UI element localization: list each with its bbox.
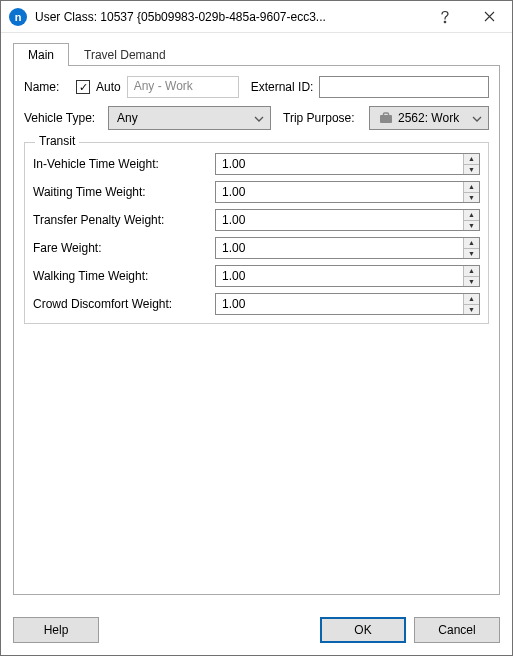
trip-purpose-label: Trip Purpose: (283, 111, 363, 125)
spin-down-icon[interactable]: ▼ (464, 193, 479, 203)
spin-up-icon[interactable]: ▲ (464, 238, 479, 249)
tab-strip: Main Travel Demand (13, 41, 500, 65)
waiting-time-weight-label: Waiting Time Weight: (33, 185, 215, 199)
svg-rect-2 (384, 113, 389, 116)
spin-down-icon[interactable]: ▼ (464, 277, 479, 287)
help-button[interactable] (422, 1, 467, 33)
walking-time-weight-label: Walking Time Weight: (33, 269, 215, 283)
name-label: Name: (24, 80, 70, 94)
crowd-discomfort-weight-label: Crowd Discomfort Weight: (33, 297, 215, 311)
transit-row-transfer: Transfer Penalty Weight: 1.00 ▲ ▼ (33, 209, 480, 231)
auto-label: Auto (96, 80, 121, 94)
transit-row-waiting: Waiting Time Weight: 1.00 ▲ ▼ (33, 181, 480, 203)
chevron-down-icon (252, 111, 266, 125)
spin-down-icon[interactable]: ▼ (464, 249, 479, 259)
transfer-penalty-weight-label: Transfer Penalty Weight: (33, 213, 215, 227)
transit-row-walking: Walking Time Weight: 1.00 ▲ ▼ (33, 265, 480, 287)
tab-main[interactable]: Main (13, 43, 69, 66)
help-dialog-button[interactable]: Help (13, 617, 99, 643)
briefcase-icon (378, 111, 394, 125)
name-input[interactable]: Any - Work (127, 76, 239, 98)
transit-row-in-vehicle: In-Vehicle Time Weight: 1.00 ▲ ▼ (33, 153, 480, 175)
dialog-button-row: Help OK Cancel (1, 607, 512, 655)
transit-fieldset: Transit In-Vehicle Time Weight: 1.00 ▲ ▼… (24, 142, 489, 324)
in-vehicle-time-weight-label: In-Vehicle Time Weight: (33, 157, 215, 171)
close-button[interactable] (467, 1, 512, 33)
spin-up-icon[interactable]: ▲ (464, 266, 479, 277)
app-icon: n (9, 8, 27, 26)
walking-time-weight-input[interactable]: 1.00 ▲ ▼ (215, 265, 480, 287)
vehicle-type-label: Vehicle Type: (24, 111, 102, 125)
row-vehicle-trip: Vehicle Type: Any Trip Purpose: 2562: Wo… (24, 106, 489, 130)
close-icon (484, 11, 495, 22)
cancel-button[interactable]: Cancel (414, 617, 500, 643)
fare-weight-input[interactable]: 1.00 ▲ ▼ (215, 237, 480, 259)
spin-up-icon[interactable]: ▲ (464, 294, 479, 305)
question-icon (440, 10, 450, 24)
transit-legend: Transit (35, 134, 79, 148)
transfer-penalty-weight-input[interactable]: 1.00 ▲ ▼ (215, 209, 480, 231)
svg-point-0 (444, 21, 446, 23)
external-id-label: External ID: (251, 80, 314, 94)
trip-purpose-combo[interactable]: 2562: Work (369, 106, 489, 130)
spin-up-icon[interactable]: ▲ (464, 182, 479, 193)
crowd-discomfort-weight-input[interactable]: 1.00 ▲ ▼ (215, 293, 480, 315)
auto-checkbox[interactable]: ✓ (76, 80, 90, 94)
tab-travel-demand[interactable]: Travel Demand (69, 43, 181, 66)
spin-up-icon[interactable]: ▲ (464, 154, 479, 165)
fare-weight-label: Fare Weight: (33, 241, 215, 255)
external-id-input[interactable] (319, 76, 489, 98)
spin-up-icon[interactable]: ▲ (464, 210, 479, 221)
in-vehicle-time-weight-input[interactable]: 1.00 ▲ ▼ (215, 153, 480, 175)
tab-panel-main: Name: ✓ Auto Any - Work External ID: Veh… (13, 65, 500, 595)
content-area: Main Travel Demand Name: ✓ Auto Any - Wo… (1, 33, 512, 607)
titlebar: n User Class: 10537 {05b09983-029b-485a-… (1, 1, 512, 33)
spin-down-icon[interactable]: ▼ (464, 221, 479, 231)
waiting-time-weight-input[interactable]: 1.00 ▲ ▼ (215, 181, 480, 203)
transit-row-crowd: Crowd Discomfort Weight: 1.00 ▲ ▼ (33, 293, 480, 315)
transit-row-fare: Fare Weight: 1.00 ▲ ▼ (33, 237, 480, 259)
vehicle-type-combo[interactable]: Any (108, 106, 271, 130)
dialog-window: n User Class: 10537 {05b09983-029b-485a-… (0, 0, 513, 656)
spin-down-icon[interactable]: ▼ (464, 165, 479, 175)
window-title: User Class: 10537 {05b09983-029b-485a-96… (35, 10, 422, 24)
spin-down-icon[interactable]: ▼ (464, 305, 479, 315)
row-name: Name: ✓ Auto Any - Work External ID: (24, 76, 489, 98)
trip-purpose-value: 2562: Work (398, 111, 466, 125)
ok-button[interactable]: OK (320, 617, 406, 643)
chevron-down-icon (470, 111, 484, 125)
vehicle-type-value: Any (117, 111, 248, 125)
